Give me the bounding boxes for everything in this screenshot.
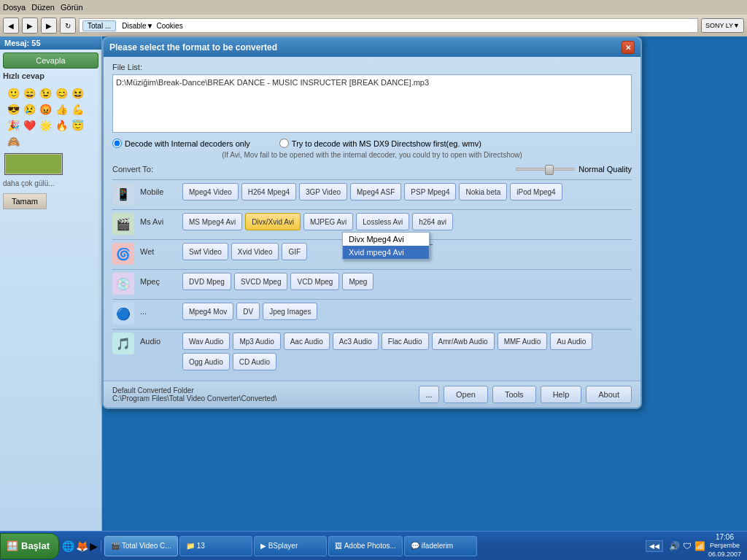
msavi-row: 🎬 Ms Avi MS Mpeg4 Avi Divx/Xvid Avi MJPE… [112,213,632,235]
radio-directshow-input[interactable] [279,139,289,148]
btn-au-audio[interactable]: Au Audio [550,332,592,350]
taskbar-ifadelerim[interactable]: 💬 ifadelerim [404,536,477,556]
emoji-8[interactable]: 😡 [38,102,53,117]
browser-chrome: Dosya Düzen Görün ◀ ▶ ▶ ↻ Total ... Disa… [0,0,747,36]
btn-nokia-beta[interactable]: Nokia beta [459,183,507,201]
emoji-16[interactable]: 🙈 [6,134,20,149]
btn-amr-awb-audio[interactable]: Amr/Awb Audio [432,332,495,350]
radio-internal-input[interactable] [112,139,122,148]
mpeg-row: 💿 Mpeç DVD Mpeg SVCD Mpeg VCD Mpeg Mpeg [112,273,632,295]
btn-lossless-avi[interactable]: Lossless Avi [356,213,409,230]
ql-browser[interactable]: 🦊 [76,540,88,552]
disable-btn[interactable]: Disable▼ [122,22,153,30]
reply-button[interactable]: Cevapla [3,52,98,69]
forward-btn[interactable]: ▶ [22,18,38,34]
taskbar-13[interactable]: 📁 13 [179,536,252,556]
btn-dv[interactable]: DV [236,303,260,320]
about-button[interactable]: About [586,386,632,403]
photoshop-icon: 🖼 [335,542,342,550]
btn-divx-xvid-avi[interactable]: Divx/Xvid Avi [245,213,301,230]
emoji-3[interactable]: 😉 [38,86,53,101]
convert-to-row: Convert To: Normal Quality [112,165,632,174]
start-button[interactable]: 🪟 Başlat [0,533,59,559]
btn-ac3-audio[interactable]: Ac3 Audio [333,332,379,350]
open-button[interactable]: Open [444,386,488,403]
btn-ms-mpeg4-avi[interactable]: MS Mpeg4 Avi [182,213,242,230]
more-smileys[interactable]: daha çok gülü... [3,179,98,187]
radio-directshow[interactable]: Try to decode with MS DX9 Directshow fir… [279,139,481,148]
emoji-14[interactable]: 🔥 [54,118,69,133]
more-name: ... [140,303,177,316]
emoji-2[interactable]: 😄 [22,86,36,101]
btn-h264-mpeg4[interactable]: H264 Mpeg4 [241,183,296,201]
dialog-bottom: Default Converted Folder C:\Program File… [104,381,640,408]
btn-vcd-mpeg[interactable]: VCD Mpeg [290,273,339,290]
menu-dosya[interactable]: Dosya [3,3,26,12]
btn-mpeg4-mov[interactable]: Mpeg4 Mov [182,303,233,320]
quality-slider[interactable] [516,168,574,171]
btn-mpeg4-asf[interactable]: Mpeg4 ASF [350,183,401,201]
btn-aac-audio[interactable]: Aac Audio [284,332,330,350]
btn-jpeg-images[interactable]: Jpeg Images [263,303,317,320]
sony-dropdown[interactable]: SONY LY▼ [701,18,744,33]
btn-gif[interactable]: GIF [282,243,307,260]
btn-ogg-audio[interactable]: Ogg Audio [182,353,230,370]
file-list-box[interactable]: D:\Müziğim\Break-Dance\BREAK DANCE - MUS… [112,74,632,133]
btn-mmf-audio[interactable]: MMF Audio [498,332,548,350]
radio-internal[interactable]: Decode with Internal decoders only [112,139,250,148]
ifadelerim-icon: 💬 [411,542,419,550]
btn-swf-video[interactable]: Swf Video [182,243,228,260]
taskbar-items: 🎬 Total Video C... 📁 13 ▶ BSplayer 🖼 Ado… [101,536,646,556]
emoji-10[interactable]: 💪 [70,102,85,117]
emoji-15[interactable]: 😇 [70,118,85,133]
emoji-4[interactable]: 😊 [54,86,69,101]
emoji-7[interactable]: 😢 [22,102,36,117]
emoji-1[interactable]: 🙂 [6,86,20,101]
ql-ie[interactable]: 🌐 [62,540,74,552]
dropdown-divx-mpeg4[interactable]: Divx Mpeg4 Avi [343,233,429,246]
help-button[interactable]: Help [541,386,582,403]
btn-psp-mpeg4[interactable]: PSP Mpeg4 [404,183,456,201]
btn-xvid-video[interactable]: Xvid Video [231,243,279,260]
menu-duzen[interactable]: Düzen [31,3,55,12]
emoji-12[interactable]: ❤️ [22,118,36,133]
emoji-9[interactable]: 👍 [54,102,69,117]
btn-mpeg[interactable]: Mpeg [342,273,374,290]
radio-row: Decode with Internal decoders only Try t… [112,139,632,148]
dialog-close-button[interactable]: ✕ [622,41,635,54]
menu-gorun[interactable]: Görün [61,3,83,12]
btn-mp3-audio[interactable]: Mp3 Audio [233,332,280,350]
btn-svcd-mpeg[interactable]: SVCD Mpeg [234,273,288,290]
browser-toolbar: ◀ ▶ ▶ ↻ Total ... Disable▼ Cookies SONY … [0,15,747,36]
emoji-5[interactable]: 😆 [70,86,85,101]
emoji-11[interactable]: 🎉 [6,118,20,133]
btn-dvd-mpeg[interactable]: DVD Mpeg [182,273,231,290]
dots-button[interactable]: ... [419,386,439,403]
bsplayer-icon: ▶ [260,542,266,550]
refresh-btn[interactable]: ↻ [60,18,76,34]
btn-mjpeg-avi[interactable]: MJPEG Avi [303,213,353,230]
dropdown-xvid-mpeg4[interactable]: Xvid mpeg4 Avi [343,246,429,259]
emoji-6[interactable]: 😎 [6,102,20,117]
btn-h264-avi[interactable]: h264 avi [412,213,453,230]
taskbar-photoshop[interactable]: 🖼 Adobe Photos... [328,536,403,556]
btn-mpeg4-video[interactable]: Mpeg4 Video [182,183,239,201]
ql-media[interactable]: ▶ [90,540,98,552]
tools-button[interactable]: Tools [492,386,536,403]
done-button[interactable]: Tamam [3,193,47,209]
emoji-13[interactable]: 🌟 [38,118,53,133]
divx-dropdown: Divx Mpeg4 Avi Xvid mpeg4 Avi [342,232,430,260]
cookies-btn[interactable]: Cookies [157,22,183,30]
btn-wav-audio[interactable]: Wav Audio [182,332,230,350]
bsplayer-label: BSplayer [268,542,298,550]
btn-ipod-mpeg4[interactable]: iPod Mpeg4 [510,183,562,201]
back-btn[interactable]: ◀ [3,18,19,34]
btn-flac-audio[interactable]: Flac Audio [382,332,429,350]
play-btn[interactable]: ▶ [41,18,57,34]
btn-3gp-video[interactable]: 3GP Video [299,183,347,201]
taskbar-more-btn[interactable]: ◀◀ [646,540,663,552]
total-tab[interactable]: Total ... [82,20,116,31]
btn-cd-audio[interactable]: CD Audio [233,353,276,370]
taskbar-bsplayer[interactable]: ▶ BSplayer [254,536,327,556]
taskbar-tvc[interactable]: 🎬 Total Video C... [104,536,178,556]
